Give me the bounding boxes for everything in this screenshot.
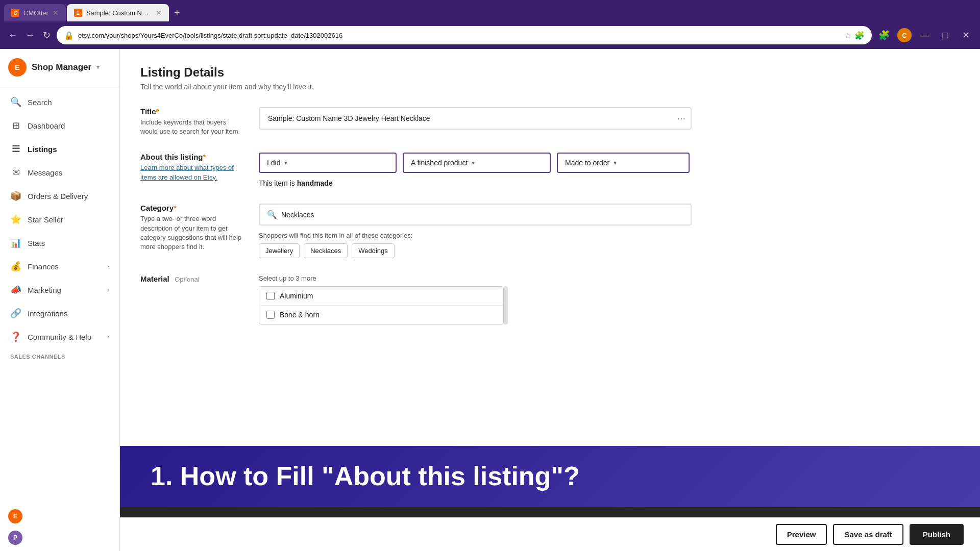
handmade-bold: handmade <box>297 179 333 187</box>
messages-icon: ✉ <box>10 167 21 178</box>
about-dropdown-2[interactable]: A finished product ▾ <box>403 153 551 173</box>
listings-icon: ☰ <box>10 143 21 155</box>
material-scrollbar[interactable] <box>504 286 508 324</box>
material-checkbox-aluminium[interactable] <box>266 292 275 300</box>
sidebar-title-arrow[interactable]: ▾ <box>96 64 100 71</box>
title-input[interactable] <box>259 107 692 130</box>
sidebar-item-orders[interactable]: 📦 Orders & Delivery <box>0 184 119 208</box>
finances-icon: 💰 <box>10 261 21 272</box>
material-item-bone[interactable]: Bone & horn <box>259 306 503 324</box>
sidebar-item-finances[interactable]: 💰 Finances › <box>0 255 119 278</box>
address-bar[interactable]: 🔒 etsy.com/your/shops/Yours4EverCo/tools… <box>57 26 872 44</box>
material-section: Material Optional Select up to 3 more Al… <box>140 274 692 324</box>
material-checkbox-bone[interactable] <box>266 311 275 319</box>
sidebar-bottom-user2: P <box>0 529 119 551</box>
tab-label-2: Sample: Custom Name 3D Jewel... <box>86 9 152 17</box>
finances-arrow-icon: › <box>107 263 109 270</box>
reload-button[interactable]: ↻ <box>41 28 53 43</box>
save-draft-button[interactable]: Save as draft <box>833 524 903 545</box>
material-item-aluminium[interactable]: Aluminium <box>259 287 503 306</box>
minimize-button[interactable]: — <box>917 27 933 43</box>
publish-button[interactable]: Publish <box>910 524 964 545</box>
material-label-aluminium: Aluminium <box>280 292 313 300</box>
marketing-arrow-icon: › <box>107 286 109 293</box>
sales-section-label: SALES CHANNELS <box>10 354 65 360</box>
sidebar-label-orders: Orders & Delivery <box>28 192 88 201</box>
about-dropdown-2-label: A finished product <box>411 159 468 167</box>
category-tag-weddings[interactable]: Weddings <box>352 243 395 258</box>
page-title: Listing Details <box>140 65 692 80</box>
profile-button[interactable]: C <box>896 27 913 43</box>
close-button[interactable]: ✕ <box>958 27 974 43</box>
sidebar-item-integrations[interactable]: 🔗 Integrations <box>0 302 119 325</box>
browser-actions: 🧩 C — □ ✕ <box>876 27 974 43</box>
sidebar-header: E Shop Manager ▾ <box>0 49 119 86</box>
overlay-banner-blue: 1. How to Fill "About this listing"? <box>120 446 980 507</box>
tab-label-1: CMOffer <box>23 9 48 17</box>
about-description: Learn more about what types of items are… <box>140 163 242 182</box>
content-inner: Listing Details Tell the world all about… <box>120 49 712 357</box>
about-description-link[interactable]: Learn more about what types of items are… <box>140 164 234 181</box>
about-dropdowns: I did ▾ A finished product ▾ Made to ord… <box>259 153 692 173</box>
extensions-button[interactable]: 🧩 <box>876 27 892 43</box>
material-label-bone: Bone & horn <box>280 311 320 319</box>
about-dropdown-3[interactable]: Made to order ▾ <box>557 153 690 173</box>
category-input-wrapper[interactable]: 🔍 <box>259 204 692 226</box>
title-control: ⋯ <box>259 107 692 136</box>
tab-favicon-2: E <box>74 9 82 17</box>
sidebar-item-marketing[interactable]: 📣 Marketing › <box>0 278 119 302</box>
title-label-col: Title* Include keywords that buyers woul… <box>140 107 242 136</box>
forward-button[interactable]: → <box>23 28 37 43</box>
bookmark-icon[interactable]: ☆ <box>844 31 851 40</box>
sidebar-label-star-seller: Star Seller <box>28 215 63 224</box>
sidebar-item-dashboard[interactable]: ⊞ Dashboard <box>0 114 119 137</box>
sidebar-item-search[interactable]: 🔍 Search <box>0 90 119 114</box>
material-list: Aluminium Bone & horn <box>259 286 504 324</box>
sidebar-title: Shop Manager <box>32 62 91 72</box>
sidebar-label-messages: Messages <box>28 168 62 177</box>
dashboard-icon: ⊞ <box>10 120 21 131</box>
tab-close-1[interactable]: ✕ <box>53 9 59 17</box>
sidebar-item-star-seller[interactable]: ⭐ Star Seller <box>0 208 119 231</box>
user-avatar: C <box>897 28 912 42</box>
title-section: Title* Include keywords that buyers woul… <box>140 107 692 136</box>
sidebar-label-finances: Finances <box>28 262 59 271</box>
category-input[interactable] <box>281 211 683 219</box>
address-bar-row: ← → ↻ 🔒 etsy.com/your/shops/Yours4EverCo… <box>0 21 980 49</box>
orders-icon: 📦 <box>10 190 21 202</box>
tab-close-2[interactable]: ✕ <box>156 9 162 17</box>
category-tag-jewellery[interactable]: Jewellery <box>259 243 300 258</box>
category-description: Type a two- or three-word description of… <box>140 214 242 252</box>
sidebar: E Shop Manager ▾ 🔍 Search ⊞ Dashboard ☰ … <box>0 49 120 551</box>
about-dropdown-1-label: I did <box>267 159 280 167</box>
tab-bar: C CMOffer ✕ E Sample: Custom Name 3D Jew… <box>0 0 980 21</box>
sales-section-header: SALES CHANNELS <box>0 348 119 362</box>
material-select-more: Select up to 3 more <box>259 274 692 282</box>
preview-button[interactable]: Preview <box>776 524 827 545</box>
finances-left: 💰 Finances <box>10 261 59 272</box>
back-button[interactable]: ← <box>6 28 19 43</box>
about-required: * <box>203 153 206 161</box>
sidebar-label-search: Search <box>28 98 52 107</box>
new-tab-button[interactable]: + <box>170 5 184 21</box>
about-dropdown-3-label: Made to order <box>565 159 609 167</box>
about-label: About this listing* <box>140 153 242 161</box>
sidebar-item-listings[interactable]: ☰ Listings <box>0 137 119 161</box>
category-tag-necklaces[interactable]: Necklaces <box>304 243 348 258</box>
tab-etsy[interactable]: E Sample: Custom Name 3D Jewel... ✕ <box>67 4 169 21</box>
sidebar-item-messages[interactable]: ✉ Messages <box>0 161 119 184</box>
material-optional: Optional <box>175 276 199 283</box>
search-icon: 🔍 <box>10 96 21 108</box>
about-dropdown-1[interactable]: I did ▾ <box>259 153 397 173</box>
tab-cmoffer[interactable]: C CMOffer ✕ <box>4 4 66 21</box>
material-label-col: Material Optional <box>140 274 242 324</box>
address-bar-actions: ☆ 🧩 <box>844 31 865 40</box>
maximize-button[interactable]: □ <box>937 27 953 43</box>
extensions-icon[interactable]: 🧩 <box>854 31 865 40</box>
main-layout: E Shop Manager ▾ 🔍 Search ⊞ Dashboard ☰ … <box>0 49 980 551</box>
star-seller-icon: ⭐ <box>10 214 21 225</box>
sidebar-item-stats[interactable]: 📊 Stats <box>0 231 119 255</box>
title-options-icon[interactable]: ⋯ <box>677 114 685 123</box>
sidebar-nav: 🔍 Search ⊞ Dashboard ☰ Listings ✉ Messag… <box>0 86 119 504</box>
sidebar-item-community[interactable]: ❓ Community & Help › <box>0 325 119 348</box>
